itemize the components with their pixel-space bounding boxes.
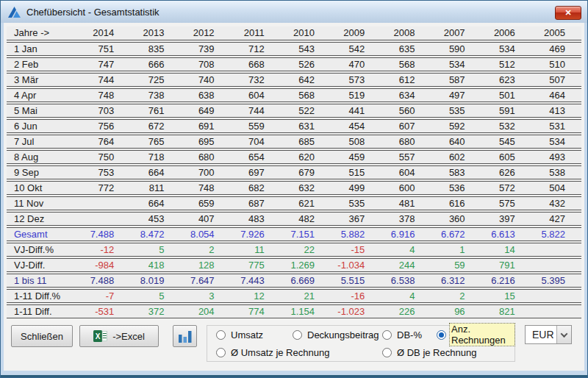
radio-icon <box>437 330 446 340</box>
cell: 470 <box>331 58 381 71</box>
cell: 360 <box>431 213 481 225</box>
cell: 672 <box>130 120 180 132</box>
cell: 536 <box>431 182 481 194</box>
cell: 512 <box>481 58 531 71</box>
cell: 515 <box>331 166 381 179</box>
cell: 590 <box>431 43 481 55</box>
cell: -984 <box>80 259 130 271</box>
cell: 568 <box>381 58 431 71</box>
currency-select[interactable]: EUR <box>525 325 572 344</box>
cell: 591 <box>481 104 531 117</box>
cell: 2 <box>180 243 230 256</box>
table-row: 4 Apr748738638604568519634497501464 <box>7 88 581 102</box>
excel-icon: X <box>93 329 107 343</box>
close-dialog-button[interactable]: Schließen <box>11 325 73 347</box>
cell: 507 <box>531 74 581 86</box>
row-label: 12 Dez <box>7 213 80 225</box>
cell: 616 <box>431 197 481 210</box>
currency-dropdown-button[interactable] <box>556 326 571 343</box>
cell: 765 <box>130 135 180 148</box>
radio-db-je-rechnung[interactable]: Ø DB je Rechnung <box>382 347 514 358</box>
table-row: 1 bis 117.4888.0197.6477.4436.6695.5156.… <box>7 274 581 288</box>
cell: 703 <box>80 104 130 117</box>
cell: 638 <box>180 89 230 101</box>
table-row: 1-11 Diff.%-7531221-164215 <box>7 289 581 303</box>
app-logo-icon <box>8 7 21 18</box>
cell: 573 <box>331 74 381 86</box>
cell: 510 <box>531 58 581 71</box>
cell: 6.672 <box>431 228 481 240</box>
row-label: 2 Feb <box>7 58 80 71</box>
chevron-down-icon <box>561 330 568 338</box>
cell <box>531 290 581 302</box>
cell: 508 <box>331 135 381 148</box>
radio-umsatz-je-rechnung[interactable]: Ø Umsatz je Rechnung <box>216 347 382 358</box>
row-label: 1-11 Diff.% <box>7 290 80 302</box>
bar-chart-icon <box>179 330 192 343</box>
radio-icon <box>382 330 392 340</box>
year-header: 2006 <box>481 26 531 40</box>
cell: 535 <box>431 104 481 117</box>
cell: 666 <box>130 58 180 71</box>
cell: 708 <box>180 58 230 71</box>
cell: 732 <box>231 74 281 86</box>
radio-icon <box>216 330 226 340</box>
cell: 59 <box>431 259 481 271</box>
radio-label: DB-% <box>395 329 423 340</box>
cell: 583 <box>431 166 481 179</box>
close-button[interactable]: ✕ <box>555 6 581 20</box>
cell: 6.538 <box>381 274 431 287</box>
cell: 679 <box>281 166 331 179</box>
cell: 6.312 <box>431 274 481 287</box>
cell: 464 <box>531 89 581 101</box>
cell: 774 <box>231 305 281 318</box>
cell: 750 <box>80 151 130 163</box>
cell: 545 <box>481 135 531 148</box>
corner-label: Jahre -> <box>7 26 80 40</box>
cell: 634 <box>381 89 431 101</box>
cell: 572 <box>481 182 531 194</box>
cell: 775 <box>231 259 281 271</box>
cell: 620 <box>281 151 331 163</box>
chart-view-button[interactable] <box>173 325 197 347</box>
year-header: 2011 <box>231 26 281 40</box>
cell: 534 <box>481 43 531 55</box>
cell <box>531 243 581 256</box>
cell: 626 <box>481 166 531 179</box>
cell: 432 <box>531 197 581 210</box>
cell: 372 <box>130 305 180 318</box>
cell: 704 <box>231 135 281 148</box>
cell: 612 <box>381 74 431 86</box>
cell: 522 <box>281 104 331 117</box>
footer-toolbar: Schließen X ->Excel <box>7 325 581 362</box>
cell: 682 <box>231 182 281 194</box>
cell: 568 <box>281 89 331 101</box>
row-label: 11 Nov <box>7 197 80 210</box>
cell: 7.926 <box>231 228 281 240</box>
cell: 7.443 <box>231 274 281 287</box>
cell: 12 <box>231 290 281 302</box>
year-header: 2012 <box>180 26 230 40</box>
cell: 744 <box>80 74 130 86</box>
radio-anz-rechnungen[interactable]: Anz. Rechnungen <box>437 324 514 346</box>
radio-deckungsbeitrag[interactable]: Deckungsbeitrag <box>293 329 382 340</box>
cell: 751 <box>80 43 130 55</box>
cell: 534 <box>531 135 581 148</box>
excel-export-button[interactable]: X ->Excel <box>79 325 159 347</box>
table-row: 7 Jul764765695704685508680640545534 <box>7 135 581 149</box>
radio-db-prozent[interactable]: DB-% <box>382 329 437 340</box>
table-row: 1 Jan751835739712543542635590534469 <box>7 42 581 56</box>
cell: 7.151 <box>281 228 331 240</box>
radio-label: Deckungsbeitrag <box>306 329 381 340</box>
cell <box>80 197 130 210</box>
cell: -1.034 <box>331 259 381 271</box>
row-label: VJ-Diff. <box>7 259 80 271</box>
year-header: 2014 <box>80 26 130 40</box>
cell: 712 <box>231 43 281 55</box>
table-row: 10 Okt772811748682632499600536572504 <box>7 181 581 195</box>
cell: 378 <box>381 213 431 225</box>
radio-icon <box>293 330 302 340</box>
cell: 226 <box>381 305 431 318</box>
radio-umsatz[interactable]: Umsatz <box>216 329 293 340</box>
radio-label: Ø DB je Rechnung <box>395 347 478 358</box>
